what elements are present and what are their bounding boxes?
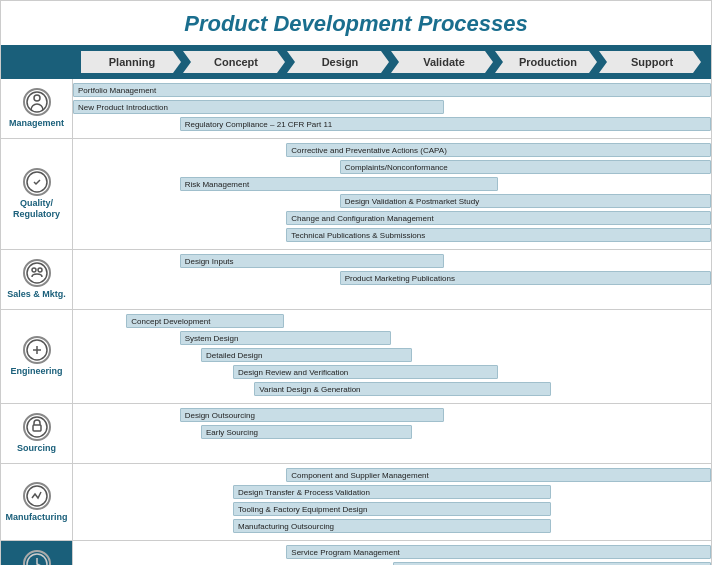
bars-manufacturing: Component and Supplier ManagementDesign … (73, 464, 711, 540)
phase-production: Production (495, 51, 597, 73)
phase-validate: Validate (391, 51, 493, 73)
row-title-sales: Sales & Mktg. (7, 289, 66, 300)
row-management: ManagementPortfolio ManagementNew Produc… (1, 79, 711, 139)
row-title-sourcing: Sourcing (17, 443, 56, 454)
phase-design: Design (287, 51, 389, 73)
row-quality: Quality/RegulatoryCorrective and Prevent… (1, 139, 711, 250)
row-label-management: Management (1, 79, 73, 138)
bar-quality-5: Technical Publications & Submissions (286, 228, 711, 242)
bar-management-2: Regulatory Compliance – 21 CFR Part 11 (180, 117, 711, 131)
bars-quality: Corrective and Preventative Actions (CAP… (73, 139, 711, 249)
page-title: Product Development Processes (1, 1, 711, 45)
content-area: ManagementPortfolio ManagementNew Produc… (1, 79, 711, 565)
bar-manufacturing-3: Manufacturing Outsourcing (233, 519, 551, 533)
bar-manufacturing-0: Component and Supplier Management (286, 468, 711, 482)
svg-point-5 (38, 268, 42, 272)
row-sales: Sales & Mktg.Design InputsProduct Market… (1, 250, 711, 310)
bar-sales-0: Design Inputs (180, 254, 445, 268)
row-label-manufacturing: Manufacturing (1, 464, 73, 540)
bar-engineering-1: System Design (180, 331, 391, 345)
bar-engineering-2: Detailed Design (201, 348, 412, 362)
svg-point-3 (27, 263, 47, 283)
row-service: ServiceService Program ManagementEquipme… (1, 541, 711, 565)
bar-sourcing-1: Early Sourcing (201, 425, 412, 439)
bar-manufacturing-2: Tooling & Factory Equipment Design (233, 502, 551, 516)
page-container: Product Development Processes PlanningCo… (0, 0, 712, 565)
bars-sales: Design InputsProduct Marketing Publicati… (73, 250, 711, 292)
bars-service: Service Program ManagementEquipment Mana… (73, 541, 711, 565)
phase-support: Support (599, 51, 701, 73)
row-title-engineering: Engineering (10, 366, 62, 377)
bar-quality-0: Corrective and Preventative Actions (CAP… (286, 143, 711, 157)
svg-rect-8 (33, 425, 41, 431)
bar-engineering-3: Design Review and Verification (233, 365, 498, 379)
phase-planning: Planning (81, 51, 181, 73)
row-title-management: Management (9, 118, 64, 129)
row-title-quality: Quality/Regulatory (13, 198, 60, 220)
bar-service-0: Service Program Management (286, 545, 711, 559)
bars-sourcing: Design OutsourcingEarly Sourcing (73, 404, 711, 446)
row-label-service: Service (1, 541, 73, 565)
management-icon (23, 88, 51, 116)
bar-management-1: New Product Introduction (73, 100, 444, 114)
row-label-quality: Quality/Regulatory (1, 139, 73, 249)
bars-engineering: Concept DevelopmentSystem DesignDetailed… (73, 310, 711, 403)
bar-sourcing-0: Design Outsourcing (180, 408, 445, 422)
bar-quality-2: Risk Management (180, 177, 498, 191)
service-icon (23, 550, 51, 565)
bar-engineering-4: Variant Design & Generation (254, 382, 551, 396)
sales-icon (23, 259, 51, 287)
bar-quality-4: Change and Configuration Management (286, 211, 711, 225)
row-label-sales: Sales & Mktg. (1, 250, 73, 309)
row-label-engineering: Engineering (1, 310, 73, 403)
engineering-icon (23, 336, 51, 364)
bar-quality-1: Complaints/Nonconformance (340, 160, 711, 174)
row-manufacturing: ManufacturingComponent and Supplier Mana… (1, 464, 711, 541)
svg-point-4 (32, 268, 36, 272)
bars-management: Portfolio ManagementNew Product Introduc… (73, 79, 711, 138)
manufacturing-icon (23, 482, 51, 510)
bar-management-0: Portfolio Management (73, 83, 711, 97)
quality-icon (23, 168, 51, 196)
bar-engineering-0: Concept Development (126, 314, 284, 328)
row-engineering: EngineeringConcept DevelopmentSystem Des… (1, 310, 711, 404)
row-title-manufacturing: Manufacturing (6, 512, 68, 523)
svg-point-1 (34, 95, 40, 101)
bar-manufacturing-1: Design Transfer & Process Validation (233, 485, 551, 499)
row-label-sourcing: Sourcing (1, 404, 73, 463)
phase-bar: PlanningConceptDesignValidateProductionS… (1, 45, 711, 79)
sourcing-icon (23, 413, 51, 441)
bar-quality-3: Design Validation & Postmarket Study (340, 194, 711, 208)
phase-concept: Concept (183, 51, 285, 73)
row-sourcing: SourcingDesign OutsourcingEarly Sourcing (1, 404, 711, 464)
bar-sales-1: Product Marketing Publications (340, 271, 711, 285)
